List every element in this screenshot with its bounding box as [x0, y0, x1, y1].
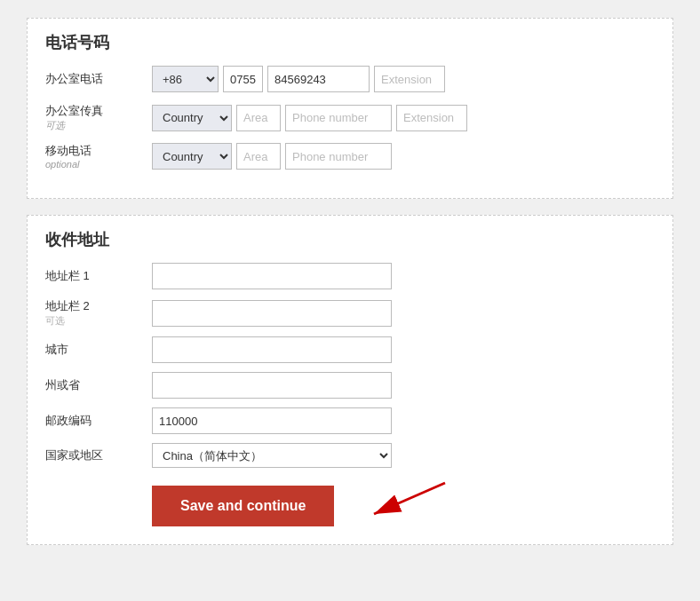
- save-button-row: Save and continue: [152, 478, 655, 526]
- address2-label: 地址栏 2 可选: [45, 298, 152, 328]
- mobile-area-input[interactable]: [236, 143, 281, 170]
- office-phone-area-input[interactable]: [223, 66, 263, 92]
- city-input[interactable]: [152, 336, 392, 363]
- mobile-phone-input[interactable]: [285, 143, 392, 170]
- country-row: 国家或地区 China（简体中文）: [45, 443, 655, 468]
- address-section-title: 收件地址: [45, 229, 655, 250]
- address1-row: 地址栏 1: [45, 263, 655, 289]
- office-fax-phone-input[interactable]: [285, 105, 392, 131]
- office-fax-area-input[interactable]: [236, 105, 281, 131]
- office-phone-country-select[interactable]: +86: [152, 66, 219, 92]
- office-phone-label: 办公室电话: [45, 71, 152, 87]
- page-container: 电话号码 办公室电话 +86 办公室传真 可选 Country: [9, 9, 691, 601]
- phone-section: 电话号码 办公室电话 +86 办公室传真 可选 Country: [27, 18, 673, 199]
- state-input[interactable]: [152, 372, 392, 399]
- country-select[interactable]: China（简体中文）: [152, 443, 392, 468]
- city-row: 城市: [45, 336, 655, 363]
- address2-row: 地址栏 2 可选: [45, 298, 655, 328]
- zip-label: 邮政编码: [45, 413, 152, 429]
- zip-row: 邮政编码: [45, 407, 655, 434]
- mobile-phone-label: 移动电话 optional: [45, 143, 152, 170]
- state-label: 州或省: [45, 377, 152, 393]
- office-fax-fields: Country: [152, 105, 655, 131]
- address-section: 收件地址 地址栏 1 地址栏 2 可选 城市 州或省 邮政编码: [27, 215, 673, 545]
- zip-input[interactable]: [152, 407, 392, 434]
- mobile-phone-fields: Country: [152, 143, 655, 170]
- address1-label: 地址栏 1: [45, 268, 152, 284]
- mobile-country-select[interactable]: Country: [152, 143, 232, 170]
- state-row: 州或省: [45, 372, 655, 399]
- office-phone-row: 办公室电话 +86: [45, 66, 655, 92]
- address1-input[interactable]: [152, 263, 392, 289]
- city-label: 城市: [45, 342, 152, 358]
- save-continue-button[interactable]: Save and continue: [152, 486, 334, 526]
- mobile-phone-row: 移动电话 optional Country: [45, 143, 655, 170]
- phone-section-title: 电话号码: [45, 32, 655, 53]
- office-phone-fields: +86: [152, 66, 655, 92]
- address2-input[interactable]: [152, 300, 392, 327]
- office-phone-extension-input[interactable]: [374, 66, 445, 92]
- office-fax-extension-input[interactable]: [396, 105, 467, 131]
- country-label: 国家或地区: [45, 447, 152, 463]
- office-fax-label: 办公室传真 可选: [45, 103, 152, 132]
- office-phone-number-input[interactable]: [267, 66, 370, 92]
- office-fax-country-select[interactable]: Country: [152, 105, 232, 131]
- office-fax-row: 办公室传真 可选 Country: [45, 103, 655, 132]
- arrow-indicator: [356, 478, 454, 526]
- svg-line-1: [374, 483, 445, 514]
